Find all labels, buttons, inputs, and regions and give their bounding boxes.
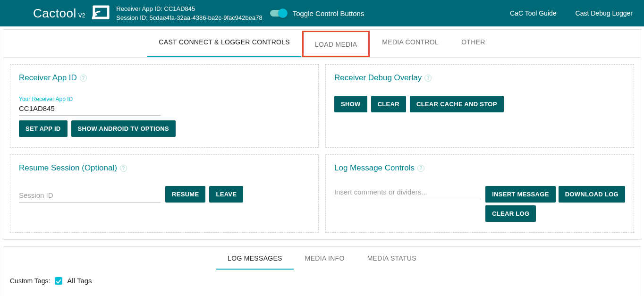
input-log-comment[interactable] xyxy=(334,186,481,199)
help-icon[interactable]: ? xyxy=(80,75,87,82)
custom-tags-row: Custom Tags: All Tags xyxy=(3,270,641,285)
panels-row-1: Receiver App ID ? Your Receiver App ID S… xyxy=(3,58,641,239)
custom-tags-label: Custom Tags: xyxy=(10,277,50,285)
toggle-label: Toggle Control Buttons xyxy=(293,9,364,17)
link-cac-guide[interactable]: CaC Tool Guide xyxy=(510,9,557,17)
btn-leave[interactable]: LEAVE xyxy=(209,186,243,203)
btn-overlay-clear[interactable]: CLEAR xyxy=(371,96,406,112)
help-icon[interactable]: ? xyxy=(417,165,424,172)
btn-clear-log[interactable]: CLEAR LOG xyxy=(485,205,536,222)
brand-name: Cactool xyxy=(33,6,76,21)
panel-receiver-appid: Receiver App ID ? Your Receiver App ID S… xyxy=(10,64,319,148)
input-receiver-appid[interactable] xyxy=(19,102,161,116)
header-links: CaC Tool Guide Cast Debug Logger xyxy=(510,9,633,17)
panel-log-controls: Log Message Controls ? INSERT MESSAGE DO… xyxy=(325,154,634,233)
subtab-media-status[interactable]: MEDIA STATUS xyxy=(356,247,428,270)
subtab-log-messages[interactable]: LOG MESSAGES xyxy=(216,247,294,270)
brand: Cactool V2 xyxy=(33,6,85,21)
btn-clear-cache-stop[interactable]: CLEAR CACHE AND STOP xyxy=(410,96,504,112)
toggle-switch[interactable] xyxy=(270,10,286,17)
btn-download-log[interactable]: DOWNLOAD LOG xyxy=(559,186,625,203)
main-panel: CAST CONNECT & LOGGER CONTROLS LOAD MEDI… xyxy=(3,29,641,240)
btn-insert-message[interactable]: INSERT MESSAGE xyxy=(485,186,556,203)
help-icon[interactable]: ? xyxy=(120,165,127,172)
cast-icon xyxy=(92,5,110,22)
session-id-line: Session ID: 5cdae4fa-32aa-4386-ba2c-9fac… xyxy=(116,13,262,23)
panel-title: Log Message Controls ? xyxy=(334,163,625,173)
panel-title: Receiver Debug Overlay ? xyxy=(334,73,625,83)
help-icon[interactable]: ? xyxy=(424,75,432,82)
app-header: Cactool V2 Receiver App ID: CC1AD845 Ses… xyxy=(0,0,644,26)
tab-cast-connect[interactable]: CAST CONNECT & LOGGER CONTROLS xyxy=(147,30,301,57)
tab-media-control[interactable]: MEDIA CONTROL xyxy=(371,30,450,57)
panel-title-text: Resume Session (Optional) xyxy=(19,163,117,173)
panel-title-text: Receiver App ID xyxy=(19,73,77,83)
panel-title-text: Receiver Debug Overlay xyxy=(334,73,422,83)
toggle-control-buttons[interactable]: Toggle Control Buttons xyxy=(270,9,364,17)
panel-title: Receiver App ID ? xyxy=(19,73,310,83)
link-debug-logger[interactable]: Cast Debug Logger xyxy=(576,9,633,17)
log-subtabs: LOG MESSAGES MEDIA INFO MEDIA STATUS xyxy=(3,247,641,270)
field-session-id xyxy=(19,189,161,203)
panel-title-text: Log Message Controls xyxy=(334,163,415,173)
session-info: Receiver App ID: CC1AD845 Session ID: 5c… xyxy=(116,4,262,23)
btn-set-app-id[interactable]: SET APP ID xyxy=(19,120,68,137)
checkbox-all-tags[interactable] xyxy=(55,277,62,285)
svg-point-2 xyxy=(93,17,95,19)
field-receiver-appid: Your Receiver App ID xyxy=(19,96,161,116)
panel-title: Resume Session (Optional) ? xyxy=(19,163,310,173)
receiver-appid-line: Receiver App ID: CC1AD845 xyxy=(116,4,262,14)
field-label: Your Receiver App ID xyxy=(19,96,161,102)
main-tabs: CAST CONNECT & LOGGER CONTROLS LOAD MEDI… xyxy=(3,30,641,58)
tab-other[interactable]: OTHER xyxy=(450,30,497,57)
btn-show-android-tv[interactable]: SHOW ANDROID TV OPTIONS xyxy=(71,120,176,137)
tab-load-media[interactable]: LOAD MEDIA xyxy=(302,31,370,57)
btn-overlay-show[interactable]: SHOW xyxy=(334,96,367,112)
all-tags-label: All Tags xyxy=(67,277,92,285)
panel-resume-session: Resume Session (Optional) ? RESUME LEAVE xyxy=(10,154,319,233)
brand-version: V2 xyxy=(78,12,85,19)
input-session-id[interactable] xyxy=(19,189,161,203)
btn-resume[interactable]: RESUME xyxy=(165,186,205,203)
subtab-media-info[interactable]: MEDIA INFO xyxy=(294,247,356,270)
panel-debug-overlay: Receiver Debug Overlay ? SHOW CLEAR CLEA… xyxy=(325,64,634,148)
log-panel: LOG MESSAGES MEDIA INFO MEDIA STATUS Cus… xyxy=(3,246,641,296)
